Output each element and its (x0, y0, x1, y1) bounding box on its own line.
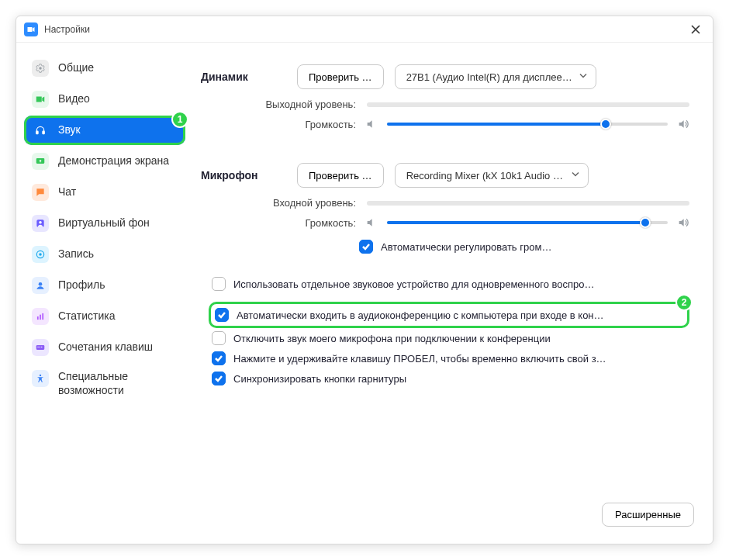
checkbox-label: Автоматически регулировать гром… (381, 241, 551, 253)
checkbox-label: Синхронизировать кнопки гарнитуры (233, 373, 406, 385)
checkbox-label: Отключить звук моего микрофона при подкл… (233, 333, 551, 344)
sidebar-item-general[interactable]: Общие (24, 54, 185, 83)
sidebar-item-profile[interactable]: Профиль (24, 271, 185, 300)
speaker-volume-label: Громкость: (201, 119, 356, 130)
sidebar-item-label: Сочетания клавиш (58, 340, 153, 354)
svg-point-0 (39, 67, 42, 70)
checkbox-checked-icon (212, 372, 226, 385)
test-mic-label: Проверить … (309, 170, 372, 181)
speaker-volume-row: Громкость: (201, 118, 689, 130)
sidebar-item-stats[interactable]: Статистика (24, 302, 185, 331)
speaker-volume-slider[interactable] (387, 123, 668, 126)
svg-point-8 (39, 282, 43, 286)
chat-icon (32, 184, 49, 201)
video-icon (32, 91, 49, 108)
mic-volume-slider[interactable] (387, 221, 668, 224)
image-icon (32, 215, 49, 232)
sidebar-item-label: Чат (58, 185, 76, 199)
svg-rect-15 (41, 347, 42, 347)
mic-title: Микрофон (201, 169, 286, 181)
speaker-device-dropdown[interactable]: 27B1 (Аудио Intel(R) для дисплее… (395, 64, 596, 89)
app-icon (24, 22, 38, 36)
checkbox-unchecked-icon (212, 331, 226, 345)
speaker-title: Динамик (201, 71, 286, 83)
svg-rect-2 (43, 131, 44, 134)
test-mic-button[interactable]: Проверить … (297, 163, 384, 188)
svg-point-7 (39, 253, 42, 256)
checkbox-checked-icon (212, 351, 226, 365)
volume-low-icon (365, 118, 378, 130)
sidebar-item-vbg[interactable]: Виртуальный фон (24, 209, 185, 238)
svg-rect-11 (42, 313, 43, 320)
sidebar-item-label: Специальные возможности (58, 370, 178, 397)
close-button[interactable] (686, 20, 705, 39)
sidebar-item-label: Виртуальный фон (58, 216, 150, 230)
volume-high-icon (677, 216, 689, 229)
output-level-meter (367, 102, 689, 107)
input-level-label: Входной уровень: (201, 197, 356, 209)
test-speaker-button[interactable]: Проверить … (297, 64, 384, 89)
record-icon (32, 246, 49, 263)
checkbox-checked-icon (215, 308, 229, 322)
svg-rect-14 (40, 347, 40, 347)
mic-volume-label: Громкость: (201, 217, 356, 229)
svg-point-16 (40, 375, 41, 376)
sidebar-item-shortcuts[interactable]: Сочетания клавиш (24, 333, 185, 362)
accessibility-icon (32, 370, 49, 387)
sidebar-item-label: Демонстрация экрана (58, 154, 169, 168)
headphones-icon (32, 122, 49, 139)
chevron-down-icon (579, 71, 588, 83)
mic-row: Микрофон Проверить … Recording Mixer (kX… (201, 163, 689, 188)
sidebar-item-record[interactable]: Запись (24, 240, 185, 269)
separate-device-checkbox[interactable]: Использовать отдельное звуковое устройст… (209, 274, 689, 294)
sidebar-item-label: Общие (58, 61, 94, 75)
sidebar-item-chat[interactable]: Чат (24, 178, 185, 207)
window-title: Настройки (44, 24, 90, 35)
profile-icon (32, 277, 49, 294)
checkbox-unchecked-icon (212, 277, 226, 291)
space-to-unmute-checkbox[interactable]: Нажмите и удерживайте клавишу ПРОБЕЛ, чт… (209, 348, 689, 368)
checkbox-checked-icon (359, 240, 373, 254)
sidebar: Общие Видео Звук 1 Демонстрация экра (16, 43, 193, 544)
svg-rect-1 (36, 131, 38, 134)
sidebar-item-accessibility[interactable]: Специальные возможности (24, 364, 185, 403)
sidebar-item-label: Звук (58, 123, 81, 137)
sidebar-item-label: Видео (58, 92, 90, 106)
checkbox-label: Использовать отдельное звуковое устройст… (233, 278, 594, 290)
volume-low-icon (365, 216, 378, 229)
svg-rect-10 (40, 315, 41, 320)
keyboard-icon (32, 339, 49, 356)
checkbox-label: Нажмите и удерживайте клавишу ПРОБЕЛ, чт… (233, 353, 606, 365)
chevron-down-icon (571, 170, 580, 181)
auto-adjust-mic-checkbox[interactable]: Автоматически регулировать гром… (356, 237, 689, 257)
sidebar-item-video[interactable]: Видео (24, 85, 185, 114)
mic-volume-row: Громкость: (201, 216, 689, 229)
output-level-label: Выходной уровень: (201, 99, 356, 110)
sidebar-item-share[interactable]: Демонстрация экрана (24, 147, 185, 176)
svg-point-5 (39, 221, 42, 224)
speaker-device-label: 27B1 (Аудио Intel(R) для дисплее… (406, 71, 572, 83)
advanced-button[interactable]: Расширенные (602, 503, 694, 527)
mic-device-label: Recording Mixer (kX 10k1 Audio … (406, 170, 563, 181)
sidebar-item-label: Статистика (58, 309, 116, 323)
mute-on-join-checkbox[interactable]: Отключить звук моего микрофона при подкл… (209, 328, 689, 348)
checkbox-label: Автоматически входить в аудиоконференцию… (237, 309, 604, 321)
svg-rect-13 (38, 347, 39, 347)
svg-rect-9 (37, 316, 39, 320)
share-screen-icon (32, 153, 49, 170)
audio-settings-panel: Динамик Проверить … 27B1 (Аудио Intel(R)… (193, 43, 713, 544)
advanced-label: Расширенные (615, 509, 681, 520)
settings-window: Настройки Общие Видео (16, 16, 713, 544)
gear-icon (32, 60, 49, 77)
sync-headset-checkbox[interactable]: Синхронизировать кнопки гарнитуры (209, 368, 689, 389)
test-speaker-label: Проверить … (309, 71, 372, 83)
sidebar-item-label: Профиль (58, 278, 105, 292)
sidebar-item-label: Запись (58, 247, 94, 261)
mic-input-level-row: Входной уровень: (201, 197, 689, 209)
mic-device-dropdown[interactable]: Recording Mixer (kX 10k1 Audio … (395, 163, 589, 188)
stats-icon (32, 308, 49, 325)
annotation-badge-2: 2 (675, 294, 693, 311)
speaker-row: Динамик Проверить … 27B1 (Аудио Intel(R)… (201, 64, 689, 89)
auto-join-audio-checkbox[interactable]: Автоматически входить в аудиоконференцию… (209, 302, 689, 328)
sidebar-item-audio[interactable]: Звук 1 (24, 116, 185, 145)
